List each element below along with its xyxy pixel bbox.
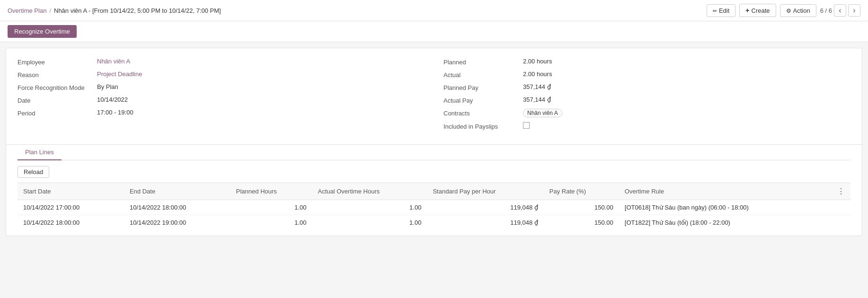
actual-label: Actual xyxy=(443,70,519,79)
kebab-icon[interactable] xyxy=(837,188,845,195)
col-header-actual-hours: Actual Overtime Hours xyxy=(312,183,427,200)
employee-row: Employee Nhân viên A xyxy=(18,58,425,66)
cell-row-action xyxy=(832,215,850,230)
reload-button[interactable]: Reload xyxy=(18,166,49,178)
col-header-planned-hours: Planned Hours xyxy=(230,183,312,200)
planned-row: Planned 2.00 hours xyxy=(443,58,850,66)
breadcrumb-current: Nhân viên A - [From 10/14/22, 5:00 PM to… xyxy=(54,7,221,14)
cell-planned-hours: 1.00 xyxy=(230,200,312,215)
next-page-button[interactable] xyxy=(848,4,860,17)
plus-icon xyxy=(745,7,749,14)
cell-standard-pay: 119,048 ₫ xyxy=(427,200,543,215)
date-value: 10/14/2022 xyxy=(97,96,128,103)
form-left: Employee Nhân viên A Reason Project Dead… xyxy=(18,58,425,135)
table-row: 10/14/2022 17:00:00 10/14/2022 18:00:00 … xyxy=(18,200,850,215)
planned-pay-label: Planned Pay xyxy=(443,83,519,91)
contracts-tag[interactable]: Nhân viên A xyxy=(523,109,562,117)
action-label: Action xyxy=(793,7,810,14)
planned-pay-value: 357,144 ₫ xyxy=(523,83,551,90)
cell-row-action xyxy=(832,200,850,215)
tabs-section: Plan Lines Reload Start Date End Date Pl… xyxy=(6,144,862,236)
toolbar: Edit Create Action 6 / 6 xyxy=(707,4,860,17)
employee-value[interactable]: Nhân viên A xyxy=(97,58,130,65)
tab-plan-lines[interactable]: Plan Lines xyxy=(18,145,62,160)
table-header-row: Start Date End Date Planned Hours Actual… xyxy=(18,183,850,200)
actual-row: Actual 2.00 hours xyxy=(443,70,850,79)
planned-label: Planned xyxy=(443,58,519,66)
period-value: 17:00 - 19:00 xyxy=(97,109,133,116)
recognize-overtime-button[interactable]: Recognize Overtime xyxy=(8,25,77,38)
planned-pay-row: Planned Pay 357,144 ₫ xyxy=(443,83,850,91)
cell-start-date: 10/14/2022 17:00:00 xyxy=(18,200,124,215)
cell-end-date: 10/14/2022 19:00:00 xyxy=(124,215,230,230)
col-header-standard-pay: Standard Pay per Hour xyxy=(427,183,543,200)
top-bar: Overtime Plan / Nhân viên A - [From 10/1… xyxy=(0,0,868,21)
table-row: 10/14/2022 18:00:00 10/14/2022 19:00:00 … xyxy=(18,215,850,230)
actual-pay-label: Actual Pay xyxy=(443,96,519,104)
cell-actual-hours: 1.00 xyxy=(312,215,427,230)
pagination-display: 6 / 6 xyxy=(820,7,832,14)
contracts-label: Contracts xyxy=(443,109,519,117)
main-content: Employee Nhân viên A Reason Project Dead… xyxy=(6,48,862,236)
cell-overtime-rule: [OT0618] Thứ Sáu (ban ngày) (06:00 - 18:… xyxy=(619,200,832,215)
prev-page-button[interactable] xyxy=(834,4,846,17)
col-header-start-date: Start Date xyxy=(18,183,124,200)
period-label: Period xyxy=(18,109,93,117)
included-payslips-label: Included in Payslips xyxy=(443,122,519,130)
reason-row: Reason Project Deadline xyxy=(18,70,425,79)
cell-standard-pay: 119,048 ₫ xyxy=(427,215,543,230)
tab-content-plan-lines: Reload Start Date End Date Planned Hours… xyxy=(18,160,850,236)
cell-overtime-rule: [OT1822] Thứ Sáu (tối) (18:00 - 22:00) xyxy=(619,215,832,230)
breadcrumb: Overtime Plan / Nhân viên A - [From 10/1… xyxy=(8,7,703,14)
force-recognition-label: Force Recognition Mode xyxy=(18,83,93,91)
included-payslips-checkbox[interactable] xyxy=(523,122,530,129)
date-label: Date xyxy=(18,96,93,104)
force-recognition-row: Force Recognition Mode By Plan xyxy=(18,83,425,91)
chevron-right-icon xyxy=(853,6,855,15)
tab-plan-lines-label: Plan Lines xyxy=(25,149,54,156)
planned-value: 2.00 hours xyxy=(523,58,552,65)
cell-start-date: 10/14/2022 18:00:00 xyxy=(18,215,124,230)
actual-value: 2.00 hours xyxy=(523,70,552,78)
cell-pay-rate: 150.00 xyxy=(544,200,619,215)
cell-actual-hours: 1.00 xyxy=(312,200,427,215)
breadcrumb-parent[interactable]: Overtime Plan xyxy=(8,7,46,14)
employee-label: Employee xyxy=(18,58,93,66)
date-row: Date 10/14/2022 xyxy=(18,96,425,104)
action-button[interactable]: Action xyxy=(780,4,816,17)
pagination: 6 / 6 xyxy=(820,4,860,17)
breadcrumb-separator: / xyxy=(49,7,51,14)
actual-pay-row: Actual Pay 357,144 ₫ xyxy=(443,96,850,104)
cell-end-date: 10/14/2022 18:00:00 xyxy=(124,200,230,215)
cell-pay-rate: 150.00 xyxy=(544,215,619,230)
edit-button[interactable]: Edit xyxy=(707,4,735,17)
reason-label: Reason xyxy=(18,70,93,79)
period-row: Period 17:00 - 19:00 xyxy=(18,109,425,117)
included-payslips-row: Included in Payslips xyxy=(443,122,850,130)
tabs: Plan Lines xyxy=(18,145,850,160)
gear-icon xyxy=(786,7,791,14)
action-bar: Recognize Overtime xyxy=(0,21,868,42)
col-header-actions xyxy=(832,183,850,200)
actual-pay-value: 357,144 ₫ xyxy=(523,96,551,103)
col-header-overtime-rule: Overtime Rule xyxy=(619,183,832,200)
contracts-row: Contracts Nhân viên A xyxy=(443,109,850,117)
pencil-icon xyxy=(713,7,717,14)
force-recognition-value: By Plan xyxy=(97,83,118,90)
cell-planned-hours: 1.00 xyxy=(230,215,312,230)
col-header-end-date: End Date xyxy=(124,183,230,200)
form-section: Employee Nhân viên A Reason Project Dead… xyxy=(6,48,862,144)
col-header-pay-rate: Pay Rate (%) xyxy=(544,183,619,200)
plan-lines-table: Start Date End Date Planned Hours Actual… xyxy=(18,183,850,230)
reason-value[interactable]: Project Deadline xyxy=(97,70,142,78)
create-button[interactable]: Create xyxy=(739,4,776,17)
edit-label: Edit xyxy=(719,7,729,14)
create-label: Create xyxy=(752,7,770,14)
chevron-left-icon xyxy=(839,6,841,15)
form-right: Planned 2.00 hours Actual 2.00 hours Pla… xyxy=(443,58,850,135)
